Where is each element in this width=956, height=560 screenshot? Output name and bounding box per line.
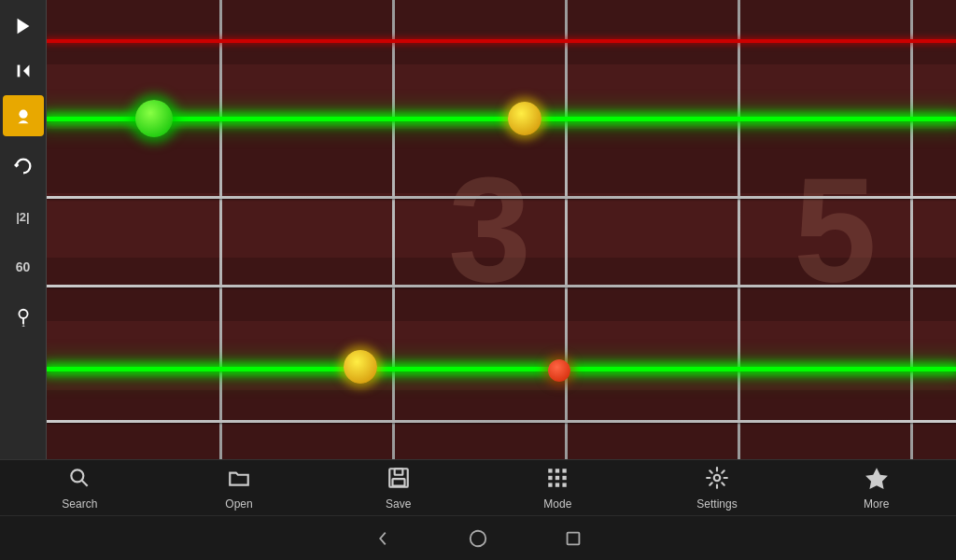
search-label: Search bbox=[62, 497, 97, 511]
save-toolbar-item[interactable]: Save bbox=[318, 460, 478, 515]
settings-label: Settings bbox=[696, 497, 737, 511]
red-top-line bbox=[47, 39, 956, 43]
mode-icon bbox=[545, 466, 569, 494]
time-sig-label: |2| bbox=[16, 210, 30, 224]
svg-rect-11 bbox=[392, 479, 404, 486]
tempo-button[interactable]: 60 bbox=[3, 246, 44, 287]
svg-rect-18 bbox=[549, 483, 553, 486]
capo-button[interactable]: 1 bbox=[3, 297, 44, 338]
more-icon bbox=[865, 466, 889, 494]
fret-divider bbox=[219, 0, 222, 459]
mode-label: Mode bbox=[543, 497, 571, 511]
svg-rect-2 bbox=[17, 65, 20, 77]
fret-divider bbox=[910, 0, 913, 459]
save-icon bbox=[387, 466, 411, 494]
laser-1 bbox=[47, 117, 956, 121]
save-label: Save bbox=[386, 497, 411, 511]
mode-toolbar-item[interactable]: Mode bbox=[478, 460, 638, 515]
chord-button[interactable] bbox=[3, 95, 44, 136]
home-button[interactable] bbox=[468, 528, 488, 549]
note-dot-4[interactable] bbox=[548, 359, 570, 382]
open-label: Open bbox=[225, 497, 252, 511]
note-dot-2[interactable] bbox=[508, 102, 541, 135]
svg-rect-12 bbox=[549, 469, 553, 472]
svg-marker-22 bbox=[865, 468, 888, 489]
svg-marker-0 bbox=[17, 19, 29, 35]
svg-marker-1 bbox=[23, 65, 29, 77]
watermark-3: 3 bbox=[448, 144, 531, 315]
svg-rect-19 bbox=[555, 483, 559, 486]
settings-icon bbox=[705, 466, 729, 494]
svg-point-7 bbox=[72, 469, 84, 482]
svg-point-21 bbox=[714, 474, 721, 481]
tempo-label: 60 bbox=[16, 259, 31, 274]
laser-2 bbox=[47, 367, 956, 371]
back-button[interactable] bbox=[373, 528, 393, 549]
play-button[interactable] bbox=[3, 6, 44, 47]
time-sig-button[interactable]: |2| bbox=[3, 196, 44, 237]
fret-divider bbox=[738, 0, 740, 459]
open-icon bbox=[227, 466, 251, 494]
svg-rect-14 bbox=[563, 469, 567, 472]
rewind-button[interactable] bbox=[3, 50, 44, 91]
svg-rect-13 bbox=[555, 469, 559, 472]
svg-point-23 bbox=[471, 530, 486, 546]
svg-rect-24 bbox=[568, 532, 580, 544]
svg-line-8 bbox=[82, 480, 88, 485]
watermark-5: 5 bbox=[794, 144, 877, 315]
svg-point-4 bbox=[19, 310, 27, 318]
loop-button[interactable] bbox=[3, 146, 44, 187]
string-5 bbox=[47, 420, 956, 423]
sidebar: |2| 60 1 bbox=[0, 0, 47, 459]
string-3 bbox=[47, 285, 956, 287]
search-toolbar-item[interactable]: Search bbox=[0, 460, 160, 515]
more-toolbar-item[interactable]: More bbox=[796, 460, 956, 515]
fret-divider bbox=[392, 0, 395, 459]
string-2 bbox=[47, 196, 956, 199]
note-dot-3[interactable] bbox=[344, 350, 377, 384]
svg-point-3 bbox=[19, 110, 27, 119]
note-dot-1[interactable] bbox=[135, 100, 173, 137]
fretboard[interactable]: 3 5 bbox=[47, 0, 956, 459]
toolbar: Search Open Save Mode bbox=[0, 459, 956, 515]
recents-button[interactable] bbox=[563, 528, 583, 549]
search-icon bbox=[67, 466, 91, 494]
svg-rect-20 bbox=[563, 483, 567, 486]
fret-divider bbox=[565, 0, 568, 459]
svg-rect-15 bbox=[549, 475, 553, 479]
open-toolbar-item[interactable]: Open bbox=[160, 460, 319, 515]
settings-toolbar-item[interactable]: Settings bbox=[638, 460, 797, 515]
svg-rect-16 bbox=[555, 475, 559, 479]
svg-rect-17 bbox=[563, 475, 567, 479]
svg-rect-10 bbox=[394, 469, 402, 475]
navbar bbox=[0, 515, 956, 560]
more-label: More bbox=[864, 497, 889, 511]
svg-text:1: 1 bbox=[21, 321, 25, 328]
